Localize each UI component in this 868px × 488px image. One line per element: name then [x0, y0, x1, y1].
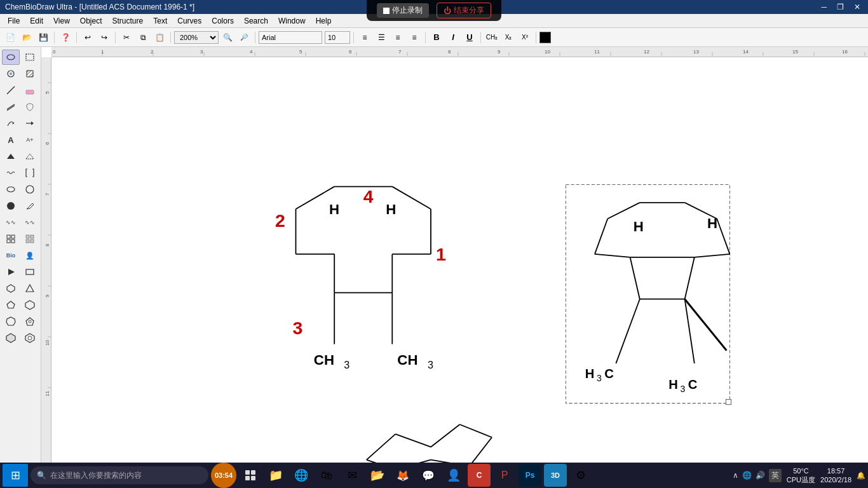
start-button[interactable]: ⊞	[3, 464, 28, 487]
menu-file[interactable]: File	[3, 15, 25, 27]
end-share-button[interactable]: ⏻ 结束分享	[437, 3, 491, 18]
menu-help[interactable]: Help	[311, 15, 337, 27]
transform-tool[interactable]	[21, 66, 39, 81]
menu-structure[interactable]: Structure	[107, 15, 149, 27]
bond-wedge-up-tool[interactable]	[2, 149, 20, 164]
menu-edit[interactable]: Edit	[25, 15, 48, 27]
zoom-in-button[interactable]: 🔍	[220, 30, 235, 44]
chain-branch-tool[interactable]: ∿∿	[21, 215, 39, 230]
bold-button[interactable]: B	[429, 30, 444, 44]
help-button[interactable]: ❓	[58, 30, 73, 44]
menu-window[interactable]: Window	[273, 15, 311, 27]
menu-object[interactable]: Object	[75, 15, 107, 27]
grid-tool[interactable]	[2, 231, 20, 247]
settings-icon[interactable]: ⚙	[569, 464, 592, 487]
left-sub3-1: 3	[344, 359, 349, 370]
paste-button[interactable]: 📋	[152, 30, 167, 44]
menu-search[interactable]: Search	[239, 15, 273, 27]
text-tool[interactable]: A	[2, 132, 20, 147]
font-family-select[interactable]: Arial	[259, 31, 322, 44]
eraser-tool[interactable]	[21, 83, 39, 98]
close-button[interactable]: ✕	[851, 3, 863, 11]
cut-button[interactable]: ✂	[119, 30, 134, 44]
double-bond-tool[interactable]	[2, 99, 20, 114]
ring-5-tool[interactable]	[2, 297, 20, 313]
ring-pent-tool[interactable]	[21, 314, 39, 329]
dots-tool[interactable]	[21, 231, 39, 247]
ring-3-tool[interactable]	[21, 281, 39, 296]
save-button[interactable]: 💾	[36, 30, 51, 44]
task-view-icon[interactable]	[239, 464, 262, 487]
filled-circle-tool[interactable]	[2, 198, 20, 214]
arrow-tool[interactable]	[21, 116, 39, 131]
menu-text[interactable]: Text	[148, 15, 172, 27]
zoom-select[interactable]: 200% 100% 150% 400%	[174, 31, 219, 44]
bond-tool[interactable]	[2, 83, 20, 98]
person-tool[interactable]: 👤	[21, 248, 39, 263]
minimize-button[interactable]: ─	[818, 3, 829, 11]
canvas-area[interactable]: 0 1 2 3 4 5 6 7 8 9 10 11 12 13 14 15 16	[41, 47, 868, 464]
search-box[interactable]: 🔍 在这里输入你要搜索的内容	[31, 466, 208, 484]
ring-hex-fill-tool[interactable]	[2, 330, 20, 346]
avatar-icon[interactable]: 👤	[442, 464, 465, 487]
chemdraw-icon[interactable]: C	[468, 464, 491, 487]
align-center-button[interactable]: ☰	[374, 30, 389, 44]
copy-button[interactable]: ⧉	[135, 30, 151, 44]
stop-recording-button[interactable]: 停止录制	[377, 3, 429, 18]
hex-ring-tool[interactable]	[2, 281, 20, 296]
subscript-h-button[interactable]: CH₂	[484, 30, 499, 44]
file-mgr-icon[interactable]: 📂	[366, 464, 389, 487]
drawing-canvas[interactable]: H H 2 4 1 3 CH 3 CH 3	[51, 57, 868, 464]
rect-shape-tool[interactable]	[21, 264, 39, 280]
tray-arrow[interactable]: ∧	[733, 471, 738, 480]
menu-view[interactable]: View	[48, 15, 75, 27]
notification-icon[interactable]: 🔔	[857, 471, 865, 480]
ring-tool[interactable]	[21, 182, 39, 197]
photoshop-icon[interactable]: Ps	[519, 464, 541, 487]
magic-select-tool[interactable]	[2, 66, 20, 81]
lasso-select-tool[interactable]	[2, 50, 20, 65]
subscript-button[interactable]: X₂	[501, 30, 516, 44]
bio-tool[interactable]: Bio	[2, 248, 20, 263]
ring-6-tool[interactable]	[21, 297, 39, 313]
oval-tool[interactable]	[2, 182, 20, 197]
ring-hex-tool[interactable]	[21, 330, 39, 346]
language-indicator[interactable]: 英	[769, 469, 782, 482]
chain-tool[interactable]: ∿∿	[2, 215, 20, 230]
underline-button[interactable]: U	[462, 30, 477, 44]
color-picker[interactable]	[539, 32, 551, 43]
rect-select-tool[interactable]	[21, 50, 39, 65]
align-left-button[interactable]: ≡	[357, 30, 372, 44]
italic-button[interactable]: I	[445, 30, 461, 44]
open-button[interactable]: 📂	[19, 30, 34, 44]
curved-arrow-tool[interactable]	[2, 116, 20, 131]
bracket-tool[interactable]	[21, 165, 39, 180]
mail-icon[interactable]: ✉	[341, 464, 363, 487]
pen-tool[interactable]	[21, 198, 39, 214]
wechat-icon[interactable]: 💬	[417, 464, 440, 487]
font-size-select[interactable]: 10	[325, 31, 350, 44]
undo-button[interactable]: ↩	[80, 30, 95, 44]
zoom-out-button[interactable]: 🔎	[236, 30, 252, 44]
restore-button[interactable]: ❐	[834, 3, 846, 11]
bond-wedge-down-tool[interactable]	[21, 149, 39, 164]
new-button[interactable]: 📄	[3, 30, 18, 44]
menu-curves[interactable]: Curves	[172, 15, 207, 27]
lasso-frag-tool[interactable]	[21, 99, 39, 114]
file-explorer-icon[interactable]: 📁	[264, 464, 287, 487]
store-icon[interactable]: 🛍	[315, 464, 338, 487]
wavy-bond-tool[interactable]	[2, 165, 20, 180]
ring-7-tool[interactable]	[2, 314, 20, 329]
atom-label-tool[interactable]: A+	[21, 132, 39, 147]
play-shape-tool[interactable]	[2, 264, 20, 280]
redo-button[interactable]: ↪	[97, 30, 112, 44]
align-right-button[interactable]: ≡	[390, 30, 405, 44]
powerpoint-icon[interactable]: P	[493, 464, 516, 487]
firefox-icon[interactable]: 🦊	[391, 464, 414, 487]
3dsmax-icon[interactable]: 3D	[544, 464, 567, 487]
clock[interactable]: 18:57 2020/2/18	[820, 466, 851, 485]
menu-colors[interactable]: Colors	[207, 15, 239, 27]
superscript-button[interactable]: X²	[517, 30, 532, 44]
edge-icon[interactable]: 🌐	[290, 464, 313, 487]
align-justify-button[interactable]: ≡	[407, 30, 422, 44]
